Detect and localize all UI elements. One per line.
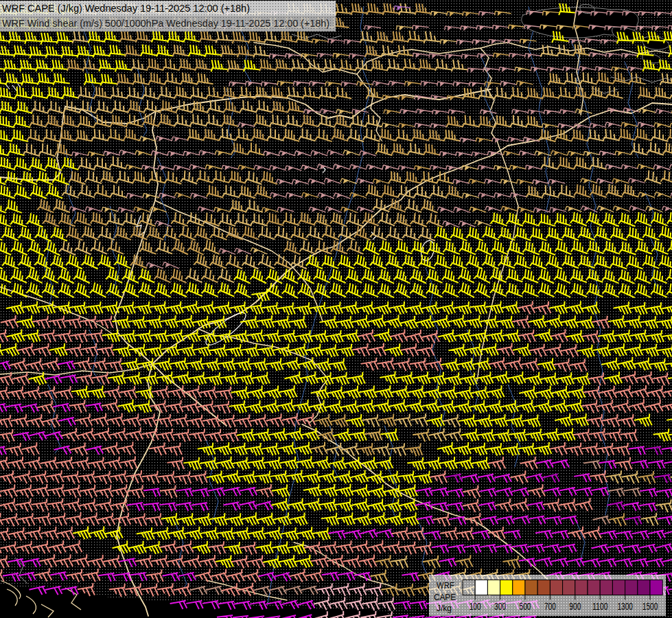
svg-text:1500: 1500 — [642, 600, 658, 612]
svg-text:WRF: WRF — [437, 580, 454, 591]
svg-text:J/kg: J/kg — [437, 603, 452, 613]
svg-text:WRF Wind shear (m/s) 500/1000h: WRF Wind shear (m/s) 500/1000hPa Wednesd… — [2, 18, 329, 29]
svg-text:700: 700 — [544, 600, 556, 612]
svg-text:900: 900 — [569, 600, 581, 612]
svg-text:100: 100 — [470, 600, 481, 612]
svg-text:WRF CAPE (J/kg) Wednesday 19-1: WRF CAPE (J/kg) Wednesday 19-11-2025 12:… — [2, 3, 250, 14]
svg-text:CAPE: CAPE — [434, 592, 456, 602]
svg-text:500: 500 — [520, 600, 531, 612]
svg-text:1100: 1100 — [592, 600, 608, 612]
svg-text:1300: 1300 — [617, 600, 633, 612]
svg-text:300: 300 — [494, 600, 506, 612]
